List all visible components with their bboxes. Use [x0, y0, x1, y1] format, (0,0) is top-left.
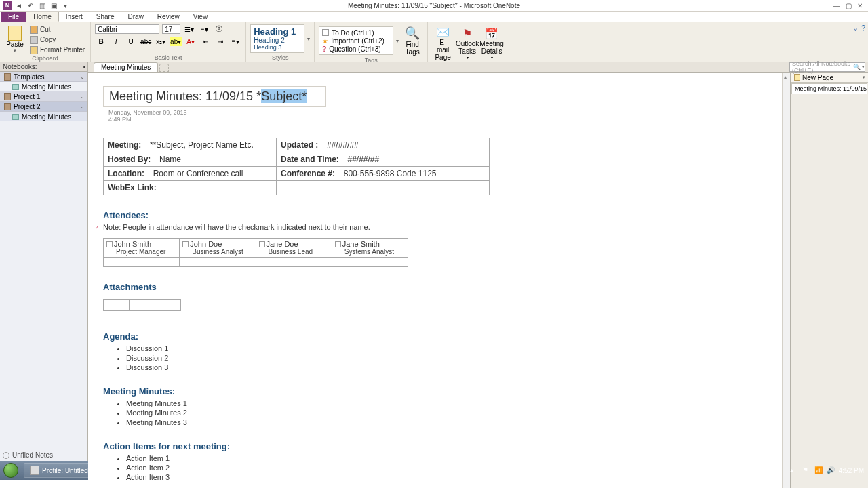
action-items-list[interactable]: Action Item 1 Action Item 2 Action Item … [126, 454, 767, 481]
tab-insert[interactable]: Insert [59, 12, 90, 22]
add-section-button[interactable] [159, 64, 169, 72]
tab-home[interactable]: Home [26, 12, 59, 22]
notebook-project1[interactable]: Project 1 ⌄ [0, 92, 87, 102]
tag-important[interactable]: ★Important (Ctrl+2) [322, 37, 390, 45]
checkbox-icon[interactable]: ✓ [94, 224, 100, 230]
tab-share[interactable]: Share [90, 12, 121, 22]
notebook-project2[interactable]: Project 2 ⌄ [0, 102, 87, 112]
attendees-table[interactable]: John SmithProject Manager John DoeBusine… [103, 238, 408, 267]
checkbox-icon[interactable] [182, 241, 189, 247]
style-heading3[interactable]: Heading 3 [254, 44, 304, 51]
meeting-info-table[interactable]: Meeting: **Subject, Project Name Etc. Up… [103, 138, 490, 195]
clear-format-icon[interactable]: Ⓐ [213, 24, 225, 34]
font-size-combo[interactable]: 17 [162, 24, 180, 34]
minimize-icon[interactable]: — [833, 2, 840, 9]
group-label: Basic Text [95, 54, 241, 62]
section-tab-meeting-minutes[interactable]: Meeting Minutes [94, 62, 158, 72]
collapse-icon[interactable]: ◂ [83, 64, 85, 70]
style-heading2[interactable]: Heading 2 [254, 37, 304, 44]
checkbox-icon[interactable] [106, 241, 113, 247]
section-meeting-minutes-project2[interactable]: Meeting Minutes [0, 112, 87, 121]
agenda-list[interactable]: Discussion 1 Discussion 2 Discussion 3 [126, 344, 767, 371]
attachments-table[interactable] [103, 299, 181, 311]
back-icon[interactable]: ◄ [14, 1, 24, 10]
checkbox-icon [322, 29, 329, 36]
tab-review[interactable]: Review [151, 12, 186, 22]
tag-question[interactable]: ?Question (Ctrl+3) [322, 45, 390, 53]
tray-up-icon[interactable]: ▴ [790, 466, 798, 474]
underline-button[interactable]: U [125, 37, 137, 46]
bold-button[interactable]: B [95, 37, 107, 46]
tab-draw[interactable]: Draw [121, 12, 151, 22]
unfiled-notes[interactable]: Unfiled Notes [3, 451, 53, 459]
search-icon: 🔍 [853, 64, 861, 70]
close-icon[interactable]: ✕ [857, 2, 863, 9]
copy-button[interactable]: Copy [28, 35, 86, 45]
dock-icon[interactable]: ▥ [37, 1, 47, 10]
chevron-down-icon[interactable]: ⌄ [80, 74, 85, 80]
maximize-icon[interactable]: ▢ [846, 2, 852, 9]
outdent-button[interactable]: ⇤ [199, 37, 212, 46]
vertical-scrollbar[interactable] [782, 73, 790, 488]
new-page-button[interactable]: New Page ▾ [791, 73, 868, 83]
numbering-icon[interactable]: ≡▾ [198, 24, 210, 34]
network-icon[interactable]: 📶 [814, 466, 823, 474]
page-title-container[interactable]: Meeting Minutes: 11/09/15 *Subject* [103, 86, 326, 107]
font-color-button[interactable]: A▾ [184, 37, 197, 46]
highlight-button[interactable]: ab▾ [170, 37, 182, 46]
font-name-combo[interactable]: Calibri [95, 24, 159, 34]
page-list-item[interactable]: Meeting Minutes: 11/09/15 *Su [791, 83, 867, 94]
paste-button[interactable]: Paste ▾ [4, 24, 26, 55]
system-tray[interactable]: ▴ ⚑ 📶 🔊 4:52 PM [790, 466, 868, 474]
chevron-down-icon[interactable]: ⌄ [80, 94, 85, 100]
format-painter-button[interactable]: Format Painter [28, 45, 86, 55]
indent-button[interactable]: ⇥ [214, 37, 226, 46]
notebook-icon [4, 103, 11, 110]
chevron-down-icon[interactable]: ⌄ [80, 104, 85, 110]
cut-button[interactable]: Cut [28, 25, 86, 35]
subscript-button[interactable]: x₂▾ [155, 37, 167, 46]
ribbon-collapse-icon[interactable]: ⌄ [852, 24, 859, 33]
search-scope-icon[interactable]: ▾ [862, 64, 865, 70]
page-canvas[interactable]: Meeting Minutes: 11/09/15 *Subject* Mond… [88, 73, 782, 488]
chevron-down-icon[interactable]: ▾ [863, 75, 865, 80]
style-heading1[interactable]: Heading 1 [254, 26, 304, 37]
section-meeting-minutes-templates[interactable]: Meeting Minutes [0, 82, 87, 92]
tags-gallery[interactable]: To Do (Ctrl+1) ★Important (Ctrl+2) ?Ques… [319, 26, 393, 55]
group-label: Clipboard [4, 55, 86, 62]
bullets-icon[interactable]: ☰▾ [183, 24, 195, 34]
attendees-heading: Attendees: [103, 210, 767, 220]
tab-view[interactable]: View [186, 12, 215, 22]
notebook-templates[interactable]: Templates ⌄ [0, 72, 87, 82]
qat-customize-icon[interactable]: ▾ [60, 1, 70, 10]
styles-more-icon[interactable]: ▾ [307, 36, 310, 42]
flag-icon[interactable]: ⚑ [802, 466, 810, 474]
fullpage-icon[interactable]: ▣ [49, 1, 58, 10]
clock[interactable]: 4:52 PM [839, 467, 864, 474]
file-tab[interactable]: File [1, 12, 26, 22]
find-tags-button[interactable]: 🔍 Find Tags [401, 24, 423, 57]
minutes-list[interactable]: Meeting Minutes 1 Meeting Minutes 2 Meet… [126, 399, 767, 426]
align-button[interactable]: ≡▾ [229, 37, 241, 46]
undo-icon[interactable]: ↶ [26, 1, 35, 10]
help-icon[interactable]: ? [861, 24, 865, 33]
email-page-button[interactable]: ✉️E-mail Page [432, 24, 454, 62]
unfiled-icon [3, 452, 9, 459]
checkbox-icon[interactable] [335, 241, 341, 247]
tag-todo[interactable]: To Do (Ctrl+1) [322, 28, 390, 37]
styles-gallery[interactable]: Heading 1 Heading 2 Heading 3 [250, 24, 304, 53]
outlook-tasks-button[interactable]: ⚑Outlook Tasks▾ [456, 26, 478, 61]
page-title[interactable]: Meeting Minutes: 11/09/15 *Subject* [109, 89, 307, 103]
search-placeholder: Search All Notebooks (Ctrl+E) [792, 60, 853, 74]
start-button[interactable] [0, 461, 22, 480]
notebooks-header[interactable]: Notebooks:◂ [0, 62, 87, 72]
tags-more-icon[interactable]: ▾ [396, 38, 399, 44]
checkbox-icon[interactable] [259, 241, 265, 247]
cut-icon [30, 26, 38, 34]
search-input[interactable]: Search All Notebooks (Ctrl+E) 🔍 ▾ [789, 62, 865, 72]
meeting-details-button[interactable]: 📅Meeting Details▾ [481, 26, 502, 61]
volume-icon[interactable]: 🔊 [827, 466, 835, 474]
paste-icon [8, 26, 22, 41]
italic-button[interactable]: I [110, 37, 122, 46]
strike-button[interactable]: abc [140, 37, 152, 46]
